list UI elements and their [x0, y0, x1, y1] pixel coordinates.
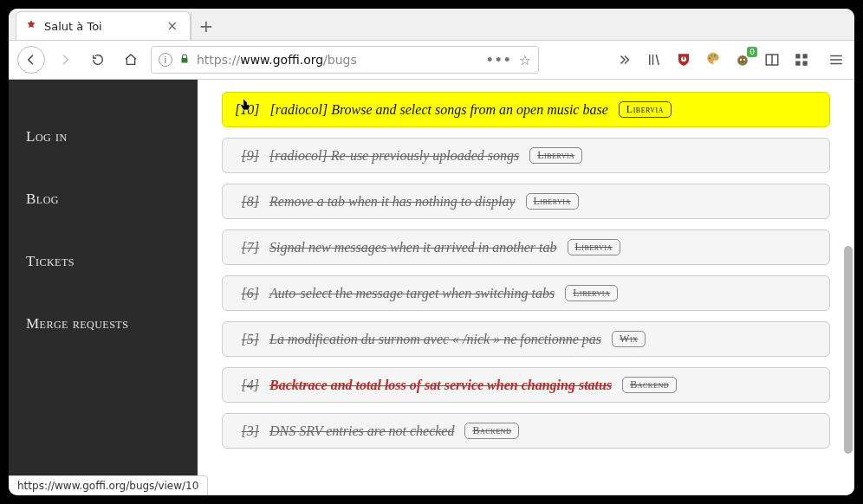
tab-favicon [25, 19, 37, 33]
tab-bar: Salut à Toi × + [9, 9, 854, 41]
ticket-row[interactable]: [8]Remove a tab when it has nothing to d… [222, 184, 830, 219]
ticket-row[interactable]: [4]Backtrace and total loss of sat servi… [222, 367, 830, 403]
ticket-row[interactable]: [5]La modification du surnom avec « /nic… [222, 321, 830, 357]
stylus-icon[interactable] [704, 50, 723, 69]
site-info-icon[interactable]: i [159, 53, 172, 67]
ticket-row[interactable]: [3]DNS SRV entries are not checkedBacken… [222, 413, 830, 449]
browser-window: Salut à Toi × + i https://www.goffi.org/… [9, 9, 854, 495]
vertical-scrollbar[interactable] [844, 80, 853, 495]
library-icon[interactable] [645, 50, 664, 69]
ticket-tag: Libervia [568, 239, 620, 255]
ticket-tag: Libervia [526, 193, 579, 210]
nav-toolbar: i https://www.goffi.org/bugs ••• ☆ [9, 41, 854, 80]
ticket-id: [6] [235, 286, 259, 301]
main-panel: [10][radiocol] Browse and select songs f… [198, 80, 854, 495]
svg-rect-14 [803, 61, 808, 66]
svg-rect-1 [683, 56, 685, 61]
ticket-tag: Backend [464, 423, 519, 439]
tab-close-button[interactable]: × [163, 18, 181, 34]
ticket-id: [10] [235, 102, 259, 118]
new-tab-button[interactable]: + [191, 12, 221, 40]
ticket-title: Backtrace and total loss of sat service … [269, 378, 612, 393]
ticket-list: [10][radiocol] Browse and select songs f… [222, 92, 830, 449]
ticket-row[interactable]: [10][radiocol] Browse and select songs f… [222, 92, 830, 127]
bookmark-star-button[interactable]: ☆ [519, 52, 531, 68]
sidebar-item-merge-requests[interactable]: Merge requests [9, 293, 198, 355]
svg-rect-13 [795, 61, 800, 66]
ticket-id: [3] [235, 423, 259, 439]
tiles-icon[interactable] [792, 50, 811, 69]
ticket-title: DNS SRV entries are not checked [269, 423, 454, 439]
ticket-tag: Libervia [619, 101, 672, 118]
ticket-id: [9] [235, 148, 259, 164]
page-actions-button[interactable]: ••• [486, 53, 512, 67]
ticket-title: Signal new messages when it arrived in a… [269, 240, 557, 255]
url-bar[interactable]: i https://www.goffi.org/bugs ••• ☆ [151, 46, 539, 74]
content-area: Log in Blog Tickets Merge requests [10][… [9, 80, 854, 495]
ticket-id: [8] [235, 194, 259, 210]
sidebar-item-login[interactable]: Log in [9, 106, 198, 168]
ticket-tag: Libervia [529, 147, 582, 164]
overflow-menu-icon[interactable] [615, 50, 634, 69]
svg-rect-11 [795, 54, 800, 58]
reader-view-icon[interactable] [762, 50, 782, 69]
scrollbar-thumb[interactable] [844, 246, 853, 454]
ticket-id: [5] [235, 332, 259, 347]
ticket-id: [7] [235, 240, 259, 255]
tab-title: Salut à Toi [44, 20, 102, 33]
svg-point-8 [743, 59, 745, 61]
svg-point-3 [711, 55, 712, 56]
ublock-icon[interactable] [674, 50, 693, 69]
forward-button[interactable] [52, 47, 78, 73]
svg-point-5 [716, 57, 717, 59]
url-text: https://www.goffi.org/bugs [197, 53, 479, 67]
ticket-tag: Backend [622, 377, 677, 393]
sidebar-item-tickets[interactable]: Tickets [9, 230, 198, 293]
ticket-row[interactable]: [9][radiocol] Re-use previously uploaded… [222, 138, 830, 173]
home-button[interactable] [118, 47, 144, 73]
ticket-tag: Libervia [565, 285, 618, 301]
svg-rect-12 [803, 54, 808, 58]
ticket-title: Auto-select the message target when swit… [269, 286, 555, 301]
back-button[interactable] [17, 46, 45, 74]
svg-point-2 [709, 57, 711, 59]
ticket-id: [4] [235, 378, 259, 393]
reload-button[interactable] [85, 47, 111, 73]
sidebar: Log in Blog Tickets Merge requests [9, 80, 198, 495]
ticket-row[interactable]: [7]Signal new messages when it arrived i… [222, 229, 830, 265]
hamburger-menu-icon[interactable] [827, 50, 846, 69]
ticket-title: [radiocol] Browse and select songs from … [269, 102, 607, 118]
greasemonkey-icon[interactable] [733, 50, 752, 69]
status-bar: https://www.goffi.org/bugs/view/10 [9, 475, 208, 495]
ticket-title: La modification du surnom avec « /nick »… [269, 332, 601, 347]
svg-point-4 [714, 55, 716, 56]
ticket-title: Remove a tab when it has nothing to disp… [269, 194, 516, 210]
sidebar-item-blog[interactable]: Blog [9, 168, 198, 230]
tab-current[interactable]: Salut à Toi × [16, 11, 191, 40]
ticket-row[interactable]: [6]Auto-select the message target when s… [222, 275, 830, 311]
ticket-title: [radiocol] Re-use previously uploaded so… [269, 148, 519, 164]
lock-icon [179, 54, 190, 67]
toolbar-icons [615, 50, 846, 69]
svg-point-7 [740, 59, 742, 61]
ticket-tag: Wix [612, 331, 646, 347]
